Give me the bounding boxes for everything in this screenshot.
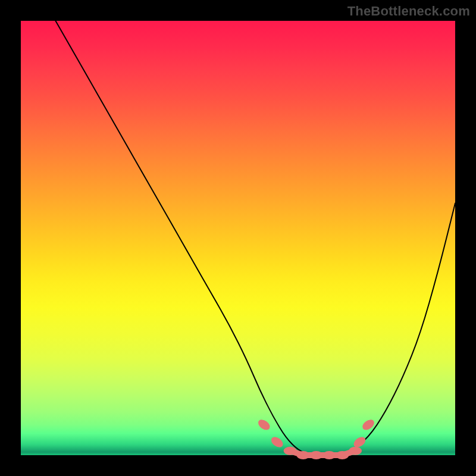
chart-frame: TheBottleneck.com [0, 0, 476, 476]
svg-point-0 [256, 418, 272, 432]
flat-bottom-markers [256, 418, 376, 459]
svg-point-1 [270, 435, 285, 449]
svg-point-3 [297, 451, 310, 459]
bottleneck-curve [55, 21, 455, 455]
svg-point-7 [349, 447, 362, 455]
svg-point-5 [322, 451, 336, 459]
chart-overlay [21, 21, 455, 455]
plot-area [21, 21, 455, 455]
svg-point-2 [284, 447, 297, 455]
svg-point-6 [336, 451, 349, 459]
svg-point-4 [309, 451, 322, 459]
branding-text: TheBottleneck.com [347, 4, 470, 19]
